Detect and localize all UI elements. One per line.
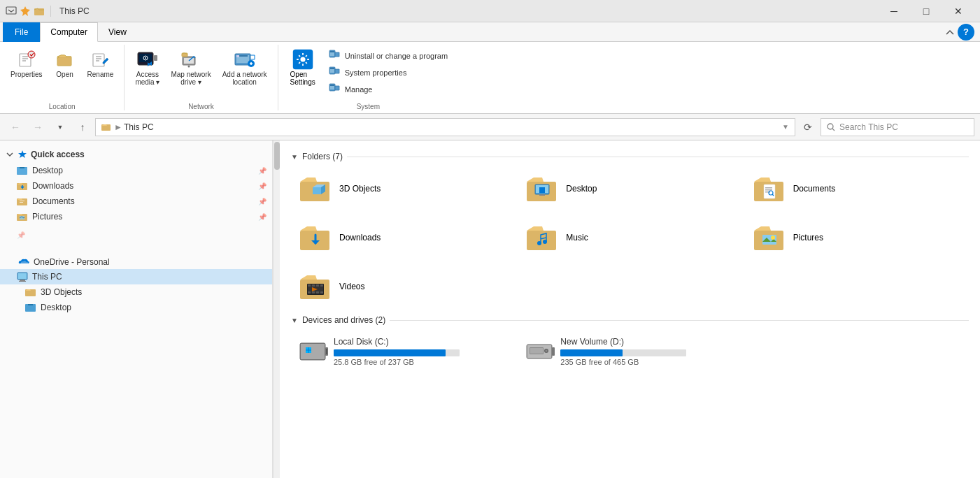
- folder-item-pictures[interactable]: Pictures: [745, 215, 969, 261]
- recent-locations-button[interactable]: ▼: [50, 117, 70, 137]
- address-box[interactable]: ► This PC ▼: [95, 118, 795, 136]
- desktop-folder-icon: [17, 165, 28, 176]
- folder-music-label: Music: [566, 233, 588, 242]
- sidebar-scrollbar-thumb[interactable]: [274, 142, 280, 170]
- svg-rect-17: [238, 55, 248, 57]
- uninstall-button[interactable]: Uninstall or change a program: [323, 48, 453, 64]
- sidebar-scrollbar[interactable]: [273, 140, 280, 478]
- forward-button[interactable]: →: [28, 117, 48, 137]
- map-network-drive-button[interactable]: Map networkdrive ▾: [166, 45, 215, 89]
- manage-icon: [328, 83, 341, 95]
- folder-desktop-label: Desktop: [566, 184, 597, 194]
- sidebar-item-pictures[interactable]: Pictures 📌: [0, 209, 272, 224]
- svg-rect-27: [330, 68, 334, 69]
- system-properties-button[interactable]: System properties: [323, 64, 453, 80]
- address-separator: ►: [114, 122, 122, 132]
- access-media-label: Accessmedia ▾: [135, 71, 159, 86]
- 3d-objects-sidebar-icon: [25, 287, 36, 298]
- svg-rect-5: [93, 54, 104, 66]
- system-properties-icon: [328, 66, 341, 78]
- onedrive-icon: [17, 258, 29, 266]
- folder-item-desktop[interactable]: Desktop: [518, 166, 741, 212]
- network-group-label: Network: [188, 103, 214, 110]
- 3d-objects-icon: [299, 172, 332, 205]
- titlebar-controls[interactable]: ─ □ ✕: [878, 0, 974, 22]
- desktop-svg: [525, 172, 559, 205]
- desktop-folder-icon-main: [525, 172, 559, 205]
- folder-videos-label: Videos: [339, 282, 364, 291]
- folder-item-documents[interactable]: Documents: [745, 166, 969, 212]
- refresh-button[interactable]: ⟳: [798, 117, 818, 137]
- svg-rect-81: [312, 291, 315, 294]
- open-button[interactable]: Open: [49, 45, 81, 82]
- sidebar-desktop-label: Desktop: [32, 166, 63, 175]
- svg-point-13: [188, 66, 190, 68]
- folders-section-header[interactable]: ▼ Folders (7): [291, 152, 969, 161]
- downloads-folder-svg: [299, 221, 332, 254]
- sidebar-documents-label: Documents: [32, 196, 75, 206]
- svg-rect-61: [765, 187, 772, 189]
- drives-section-header[interactable]: ▼ Devices and drives (2): [291, 315, 969, 325]
- properties-button[interactable]: Properties: [6, 45, 48, 82]
- add-network-location-button[interactable]: Add a networklocation: [218, 45, 272, 89]
- drive-item-c[interactable]: Local Disk (C:) 25.8 GB free of 237 GB: [291, 329, 515, 374]
- sidebar-item-desktop[interactable]: Desktop 📌: [0, 163, 272, 178]
- sidebar-item-documents[interactable]: Documents 📌: [0, 194, 272, 209]
- c-drive-icon: [299, 338, 327, 365]
- svg-point-21: [299, 57, 306, 63]
- svg-rect-44: [18, 273, 27, 279]
- d-drive-info: New Volume (D:) 235 GB free of 465 GB: [560, 337, 734, 366]
- svg-point-99: [546, 350, 548, 352]
- folder-item-downloads[interactable]: Downloads: [291, 215, 515, 261]
- tab-view[interactable]: View: [98, 22, 137, 42]
- quick-access-toolbar-icon: [6, 6, 17, 17]
- sidebar-item-onedrive[interactable]: OneDrive - Personal: [0, 255, 272, 269]
- folders-chevron: ▼: [291, 153, 298, 161]
- up-button[interactable]: ↑: [73, 117, 92, 137]
- folder-item-music[interactable]: Music: [518, 215, 741, 261]
- minimize-button[interactable]: ─: [878, 0, 910, 22]
- main-area: Quick access Desktop 📌 Downlo: [0, 140, 980, 478]
- folder-item-videos[interactable]: Videos: [291, 263, 515, 310]
- svg-rect-45: [20, 280, 25, 281]
- drives-grid: Local Disk (C:) 25.8 GB free of 237 GB: [291, 329, 969, 374]
- close-button[interactable]: ✕: [942, 0, 974, 22]
- search-box[interactable]: Search This PC: [821, 118, 974, 136]
- folder-item-3d-objects[interactable]: 3D Objects: [291, 166, 515, 212]
- address-chevron: ▼: [782, 123, 789, 131]
- titlebar: This PC ─ □ ✕: [0, 0, 980, 22]
- this-pc-icon: [17, 271, 28, 282]
- help-button[interactable]: ?: [958, 24, 974, 41]
- sidebar-item-3d-objects[interactable]: 3D Objects: [0, 284, 272, 300]
- rename-button[interactable]: Rename: [83, 45, 119, 82]
- add-network-location-svg: [234, 48, 256, 71]
- drive-item-d[interactable]: New Volume (D:) 235 GB free of 465 GB: [518, 329, 741, 374]
- uninstall-svg: [329, 50, 340, 59]
- c-drive-info: Local Disk (C:) 25.8 GB free of 237 GB: [334, 337, 507, 366]
- addressbar: ← → ▼ ↑ ► This PC ▼ ⟳ Search This PC: [0, 114, 980, 140]
- manage-button[interactable]: Manage: [323, 81, 453, 97]
- sidebar-item-this-pc[interactable]: This PC: [0, 269, 272, 284]
- ribbon-collapse-icon[interactable]: [945, 27, 955, 37]
- folders-grid: 3D Objects Desktop: [291, 166, 969, 310]
- c-drive-name: Local Disk (C:): [334, 337, 507, 347]
- videos-folder-icon: [299, 270, 332, 303]
- access-media-icon: [136, 48, 159, 71]
- access-media-button[interactable]: Accessmedia ▾: [130, 45, 164, 89]
- open-icon: [54, 48, 76, 71]
- sidebar-downloads-label: Downloads: [32, 181, 73, 191]
- tab-computer[interactable]: Computer: [40, 22, 98, 42]
- manage-label: Manage: [345, 85, 373, 94]
- system-buttons: OpenSettings Uninstall or: [284, 45, 453, 100]
- quick-access-header[interactable]: Quick access: [0, 146, 272, 163]
- pictures-folder-icon-main: [753, 221, 786, 254]
- sidebar-item-desktop-child[interactable]: Desktop: [0, 300, 272, 315]
- open-settings-button[interactable]: OpenSettings: [284, 45, 322, 89]
- back-button[interactable]: ←: [6, 117, 25, 137]
- sidebar-item-downloads[interactable]: Downloads 📌: [0, 178, 272, 194]
- tab-file[interactable]: File: [3, 22, 40, 42]
- maximize-button[interactable]: □: [910, 0, 942, 22]
- content-area: ▼ Folders (7) 3D Object: [280, 140, 980, 478]
- svg-rect-58: [539, 187, 545, 193]
- settings-icon: [292, 48, 314, 71]
